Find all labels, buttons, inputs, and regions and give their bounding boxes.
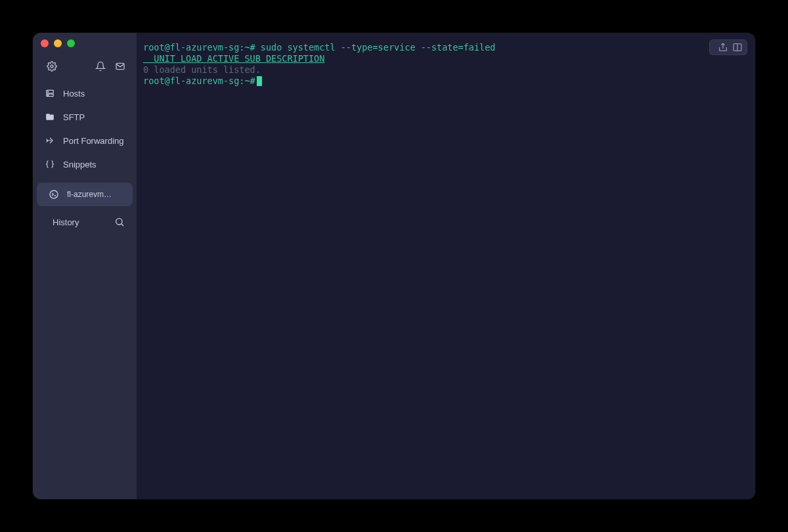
sidebar-nav: Hosts SFTP Port Forwarding Snippets bbox=[33, 79, 137, 179]
sidebar-top-icons bbox=[33, 51, 137, 79]
mail-icon[interactable] bbox=[114, 60, 126, 72]
close-window-button[interactable] bbox=[41, 39, 49, 47]
svg-point-4 bbox=[48, 91, 49, 92]
sidebar-item-label: Hosts bbox=[63, 89, 85, 99]
share-icon[interactable] bbox=[718, 42, 728, 53]
sidebar-item-label: Snippets bbox=[63, 160, 97, 169]
maximize-window-button[interactable] bbox=[67, 39, 75, 47]
window-controls bbox=[33, 33, 137, 51]
terminal-line: root@fl-azurevm-sg:~# sudo systemctl --t… bbox=[143, 42, 749, 53]
sidebar-item-label: Port Forwarding bbox=[63, 136, 123, 146]
shell-prompt: root@fl-azurevm-sg:~# bbox=[143, 76, 255, 86]
sidebar-item-label: History bbox=[53, 217, 79, 227]
terminal-toolbar bbox=[709, 39, 747, 55]
terminal-session-icon bbox=[49, 189, 59, 200]
sidebar-item-port-forwarding[interactable]: Port Forwarding bbox=[33, 129, 137, 152]
session-label: fl-azurevm… bbox=[67, 190, 112, 199]
split-pane-icon[interactable] bbox=[732, 42, 743, 53]
hosts-icon bbox=[45, 88, 55, 99]
notifications-icon[interactable] bbox=[95, 60, 106, 72]
forward-icon bbox=[45, 135, 55, 146]
sidebar: Hosts SFTP Port Forwarding Snippets bbox=[33, 33, 137, 499]
terminal-pane[interactable]: root@fl-azurevm-sg:~# sudo systemctl --t… bbox=[137, 33, 755, 499]
svg-point-0 bbox=[51, 65, 53, 68]
terminal-line: 0 loaded units listed. bbox=[143, 64, 749, 76]
output-text: 0 loaded units listed. bbox=[143, 64, 261, 75]
terminal-line: UNIT LOAD ACTIVE SUB DESCRIPTION bbox=[143, 53, 749, 64]
sidebar-item-hosts[interactable]: Hosts bbox=[33, 81, 137, 105]
settings-icon[interactable] bbox=[46, 60, 58, 72]
shell-prompt: root@fl-azurevm-sg:~# bbox=[143, 42, 255, 53]
output-header: UNIT LOAD ACTIVE SUB DESCRIPTION bbox=[143, 53, 324, 64]
braces-icon bbox=[45, 159, 55, 169]
folder-icon bbox=[45, 112, 55, 122]
sidebar-session-tab[interactable]: fl-azurevm… bbox=[37, 183, 133, 206]
sidebar-item-label: SFTP bbox=[63, 112, 85, 122]
app-window: Hosts SFTP Port Forwarding Snippets bbox=[33, 33, 755, 499]
search-icon[interactable] bbox=[114, 217, 125, 227]
terminal-line: root@fl-azurevm-sg:~# bbox=[143, 76, 749, 87]
sidebar-item-snippets[interactable]: Snippets bbox=[33, 152, 137, 176]
svg-point-5 bbox=[48, 95, 49, 95]
shell-command: sudo systemctl --type=service --state=fa… bbox=[255, 42, 496, 53]
minimize-window-button[interactable] bbox=[54, 39, 62, 47]
sidebar-item-history[interactable]: History bbox=[33, 210, 137, 234]
svg-point-8 bbox=[116, 219, 122, 225]
terminal-cursor bbox=[257, 76, 262, 86]
sidebar-item-sftp[interactable]: SFTP bbox=[33, 105, 137, 129]
